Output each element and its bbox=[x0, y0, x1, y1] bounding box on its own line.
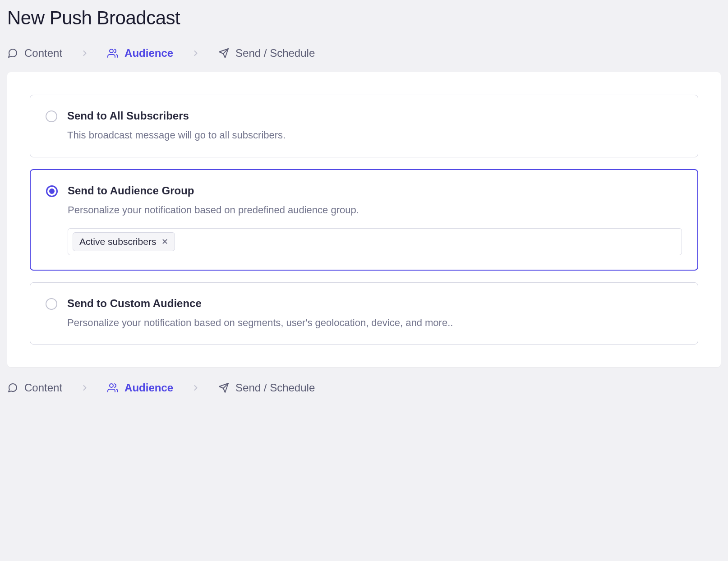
breadcrumb: Content Audience Send / Schedule bbox=[7, 47, 721, 60]
option-all-subscribers[interactable]: Send to All Subscribers This broadcast m… bbox=[30, 95, 698, 157]
radio-audience-group[interactable] bbox=[46, 185, 58, 197]
breadcrumb-content[interactable]: Content bbox=[7, 382, 62, 394]
chevron-right-icon bbox=[80, 383, 89, 392]
option-desc: Personalize your notification based on p… bbox=[68, 203, 682, 217]
option-desc: Personalize your notification based on s… bbox=[67, 316, 682, 330]
option-desc: This broadcast message will go to all su… bbox=[67, 129, 682, 143]
audience-group-input[interactable]: Active subscribers ✕ bbox=[68, 228, 682, 255]
breadcrumb-content[interactable]: Content bbox=[7, 47, 62, 60]
breadcrumb-label: Content bbox=[24, 382, 62, 394]
send-icon bbox=[218, 382, 229, 393]
send-icon bbox=[218, 48, 229, 59]
option-audience-group[interactable]: Send to Audience Group Personalize your … bbox=[30, 169, 698, 271]
people-icon bbox=[107, 48, 118, 59]
breadcrumb-send[interactable]: Send / Schedule bbox=[218, 47, 315, 60]
option-custom-audience[interactable]: Send to Custom Audience Personalize your… bbox=[30, 282, 698, 345]
svg-point-0 bbox=[110, 49, 113, 53]
audience-tag: Active subscribers ✕ bbox=[73, 232, 175, 251]
option-title: Send to Audience Group bbox=[68, 184, 682, 197]
chevron-right-icon bbox=[80, 49, 89, 58]
option-title: Send to Custom Audience bbox=[67, 297, 682, 310]
option-title: Send to All Subscribers bbox=[67, 110, 682, 122]
audience-tag-label: Active subscribers bbox=[79, 236, 156, 247]
page-title: New Push Broadcast bbox=[7, 7, 721, 29]
breadcrumb-label: Send / Schedule bbox=[235, 47, 315, 60]
audience-card: Send to All Subscribers This broadcast m… bbox=[7, 72, 721, 367]
breadcrumb: Content Audience Send / Schedule bbox=[7, 382, 721, 394]
close-icon[interactable]: ✕ bbox=[161, 238, 168, 246]
breadcrumb-audience[interactable]: Audience bbox=[107, 47, 173, 60]
breadcrumb-label: Send / Schedule bbox=[235, 382, 315, 394]
breadcrumb-label: Audience bbox=[124, 382, 173, 394]
message-icon bbox=[7, 48, 18, 59]
radio-all-subscribers[interactable] bbox=[46, 110, 57, 122]
svg-point-3 bbox=[110, 384, 113, 387]
breadcrumb-send[interactable]: Send / Schedule bbox=[218, 382, 315, 394]
breadcrumb-label: Content bbox=[24, 47, 62, 60]
radio-custom-audience[interactable] bbox=[46, 298, 57, 310]
chevron-right-icon bbox=[191, 383, 200, 392]
chevron-right-icon bbox=[191, 49, 200, 58]
breadcrumb-label: Audience bbox=[124, 47, 173, 60]
breadcrumb-audience[interactable]: Audience bbox=[107, 382, 173, 394]
people-icon bbox=[107, 382, 118, 393]
message-icon bbox=[7, 382, 18, 393]
